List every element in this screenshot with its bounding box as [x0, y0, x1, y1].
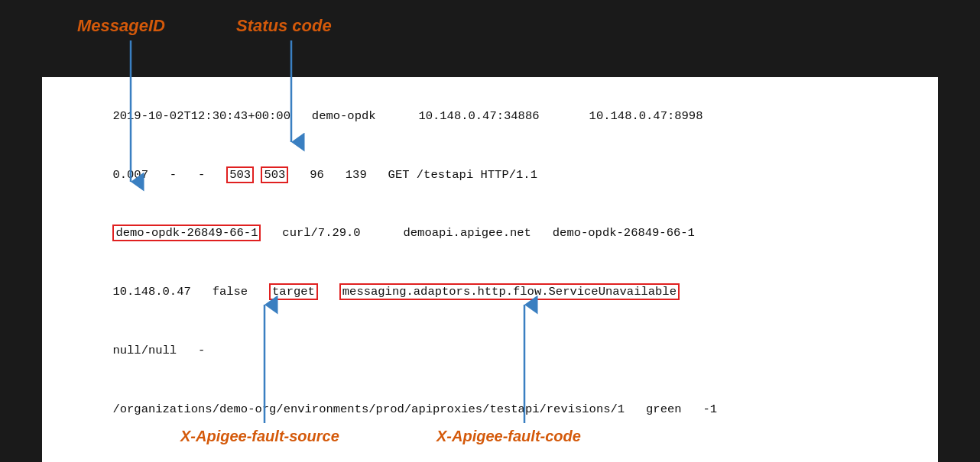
label-statuscode: Status code — [236, 16, 332, 36]
main-container: MessageID Status code 2019-10-02T12:30:4… — [0, 0, 980, 462]
fault-code-value: messaging.adaptors.http.flow.ServiceUnav… — [339, 283, 680, 300]
label-faultcode: X-Apigee-fault-code — [436, 428, 581, 445]
label-faultsource: X-Apigee-fault-source — [180, 428, 339, 445]
log-content-box: 2019-10-02T12:30:43+00:00 demo-opdk 10.1… — [42, 77, 938, 463]
log-line-2: 0.007 - - 503 503 96 139 GET /testapi HT… — [56, 146, 924, 205]
diagram-wrapper: MessageID Status code 2019-10-02T12:30:4… — [31, 10, 949, 453]
log-line-5: null/null - — [56, 321, 924, 380]
log-line-4: 10.148.0.47 false target messaging.adapt… — [56, 263, 924, 322]
status-code-b: 503 — [261, 166, 288, 183]
log-line-1: 2019-10-02T12:30:43+00:00 demo-opdk 10.1… — [56, 88, 924, 147]
label-messageid: MessageID — [77, 16, 165, 36]
status-code-a: 503 — [226, 166, 254, 183]
message-id-value: demo-opdk-26849-66-1 — [112, 225, 261, 241]
fault-source-value: target — [269, 283, 318, 300]
log-line-3: demo-opdk-26849-66-1 curl/7.29.0 demoapi… — [56, 205, 924, 263]
